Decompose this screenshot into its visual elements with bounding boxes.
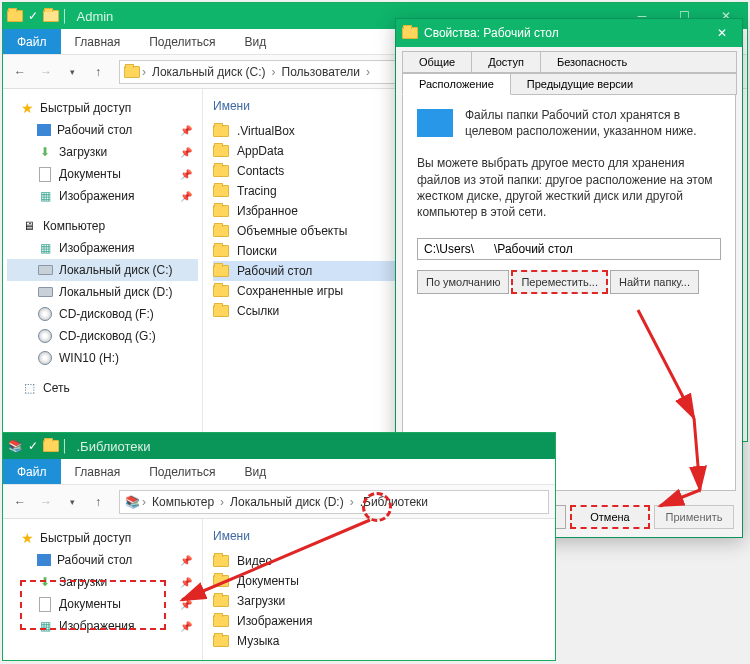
nav-quick-access[interactable]: ★Быстрый доступ bbox=[7, 97, 198, 119]
nav-pictures[interactable]: ▦Изображения📌 bbox=[7, 615, 198, 637]
tab-view[interactable]: Вид bbox=[230, 459, 281, 484]
desktop-folder-icon bbox=[417, 109, 453, 137]
folder-icon bbox=[213, 183, 229, 199]
desc-text1: Файлы папки Рабочий стол хранятся в целе… bbox=[465, 107, 721, 139]
disk-icon bbox=[37, 262, 53, 278]
file-name: Избранное bbox=[237, 204, 298, 218]
nav-cd-g[interactable]: CD-дисковод (G:) bbox=[7, 325, 198, 347]
recent-dropdown[interactable]: ▾ bbox=[61, 61, 83, 83]
tab-file[interactable]: Файл bbox=[3, 29, 61, 54]
breadcrumb-seg[interactable]: Локальный диск (C:) bbox=[148, 61, 270, 83]
move-button[interactable]: Переместить... bbox=[511, 270, 608, 294]
find-target-button[interactable]: Найти папку... bbox=[610, 270, 699, 294]
restore-default-button[interactable]: По умолчанию bbox=[417, 270, 509, 294]
pictures-icon: ▦ bbox=[37, 240, 53, 256]
qat-check-icon[interactable]: ✓ bbox=[25, 438, 41, 454]
folder-icon bbox=[213, 283, 229, 299]
nav-label: Изображения bbox=[59, 189, 134, 203]
file-row[interactable]: Музыка bbox=[213, 631, 545, 651]
nav-network[interactable]: ⬚Сеть bbox=[7, 377, 198, 399]
nav-desktop[interactable]: Рабочий стол📌 bbox=[7, 119, 198, 141]
file-row[interactable]: Изображения bbox=[213, 611, 545, 631]
nav-downloads[interactable]: ⬇Загрузки📌 bbox=[7, 571, 198, 593]
nav-label: Локальный диск (C:) bbox=[59, 263, 173, 277]
file-row[interactable]: Загрузки bbox=[213, 591, 545, 611]
qat-folder-icon[interactable] bbox=[43, 438, 59, 454]
nav-disk-d[interactable]: Локальный диск (D:) bbox=[7, 281, 198, 303]
ribbon-tabs: Файл Главная Поделиться Вид bbox=[3, 459, 555, 485]
pin-icon: 📌 bbox=[180, 147, 192, 158]
nav-label: Рабочий стол bbox=[57, 123, 132, 137]
back-button[interactable]: ← bbox=[9, 491, 31, 513]
up-button[interactable]: ↑ bbox=[87, 491, 109, 513]
folder-icon bbox=[213, 143, 229, 159]
nav-documents[interactable]: Документы📌 bbox=[7, 593, 198, 615]
back-button[interactable]: ← bbox=[9, 61, 31, 83]
nav-computer[interactable]: 🖥Компьютер bbox=[7, 215, 198, 237]
nav-pictures[interactable]: ▦Изображения📌 bbox=[7, 185, 198, 207]
file-row[interactable]: Документы bbox=[213, 571, 545, 591]
tab-previous[interactable]: Предыдущие версии bbox=[510, 73, 737, 95]
tab-security[interactable]: Безопасность bbox=[540, 51, 737, 73]
tab-view[interactable]: Вид bbox=[230, 29, 281, 54]
nav-label: Быстрый доступ bbox=[40, 531, 131, 545]
document-icon bbox=[37, 596, 53, 612]
path-input[interactable] bbox=[417, 238, 721, 260]
close-button[interactable]: ✕ bbox=[702, 26, 742, 40]
tab-home[interactable]: Главная bbox=[61, 459, 136, 484]
forward-button[interactable]: → bbox=[35, 491, 57, 513]
forward-button[interactable]: → bbox=[35, 61, 57, 83]
pictures-icon: ▦ bbox=[37, 188, 53, 204]
tab-home[interactable]: Главная bbox=[61, 29, 136, 54]
recent-dropdown[interactable]: ▾ bbox=[61, 491, 83, 513]
tab-location[interactable]: Расположение bbox=[402, 73, 511, 95]
folder-icon bbox=[213, 243, 229, 259]
folder-icon bbox=[213, 223, 229, 239]
nav-label: Компьютер bbox=[43, 219, 105, 233]
up-button[interactable]: ↑ bbox=[87, 61, 109, 83]
file-name: Tracing bbox=[237, 184, 277, 198]
dialog-titlebar[interactable]: Свойства: Рабочий стол ✕ bbox=[396, 19, 742, 47]
folder-icon bbox=[213, 263, 229, 279]
nav-documents[interactable]: Документы📌 bbox=[7, 163, 198, 185]
tab-file[interactable]: Файл bbox=[3, 459, 61, 484]
nav-desktop[interactable]: Рабочий стол📌 bbox=[7, 549, 198, 571]
nav-win10[interactable]: WIN10 (H:) bbox=[7, 347, 198, 369]
nav-pictures-lib[interactable]: ▦Изображения bbox=[7, 237, 198, 259]
folder-icon bbox=[124, 64, 140, 80]
tab-row-top: Общие Доступ Безопасность bbox=[402, 51, 736, 73]
address-bar[interactable]: 📚 › Компьютер › Локальный диск (D:) › .Б… bbox=[119, 490, 549, 514]
titlebar[interactable]: 📚 ✓ │ .Библиотеки bbox=[3, 433, 555, 459]
file-name: Видео bbox=[237, 554, 272, 568]
file-list: Имени ВидеоДокументыЗагрузкиИзображенияМ… bbox=[203, 519, 555, 660]
computer-icon: 🖥 bbox=[21, 218, 37, 234]
cancel-button[interactable]: Отмена bbox=[570, 505, 650, 529]
tab-share[interactable]: Поделиться bbox=[135, 29, 230, 54]
qat-check-icon[interactable]: ✓ bbox=[25, 8, 41, 24]
file-name: Изображения bbox=[237, 614, 312, 628]
nav-label: Локальный диск (D:) bbox=[59, 285, 173, 299]
column-header[interactable]: Имени bbox=[213, 525, 545, 551]
tab-sharing[interactable]: Доступ bbox=[471, 51, 541, 73]
tab-share[interactable]: Поделиться bbox=[135, 459, 230, 484]
download-icon: ⬇ bbox=[37, 574, 53, 590]
file-row[interactable]: Видео bbox=[213, 551, 545, 571]
pin-icon: 📌 bbox=[180, 125, 192, 136]
folder-icon bbox=[213, 633, 229, 649]
folder-icon bbox=[213, 303, 229, 319]
nav-cd-f[interactable]: CD-дисковод (F:) bbox=[7, 303, 198, 325]
nav-disk-c[interactable]: Локальный диск (C:) bbox=[7, 259, 198, 281]
folder-icon bbox=[7, 8, 23, 24]
breadcrumb-seg[interactable]: Пользователи bbox=[278, 61, 364, 83]
apply-button[interactable]: Применить bbox=[654, 505, 734, 529]
breadcrumb-seg[interactable]: Компьютер bbox=[148, 491, 218, 513]
qat-folder-icon[interactable] bbox=[43, 8, 59, 24]
breadcrumb-seg[interactable]: Локальный диск (D:) bbox=[226, 491, 348, 513]
tab-row-bottom: Расположение Предыдущие версии bbox=[402, 73, 736, 95]
desc-text2: Вы можете выбрать другое место для хране… bbox=[417, 155, 721, 220]
tab-general[interactable]: Общие bbox=[402, 51, 472, 73]
nav-downloads[interactable]: ⬇Загрузки📌 bbox=[7, 141, 198, 163]
nav-label: Изображения bbox=[59, 619, 134, 633]
nav-quick-access[interactable]: ★Быстрый доступ bbox=[7, 527, 198, 549]
breadcrumb-seg[interactable]: .Библиотеки bbox=[356, 491, 432, 513]
